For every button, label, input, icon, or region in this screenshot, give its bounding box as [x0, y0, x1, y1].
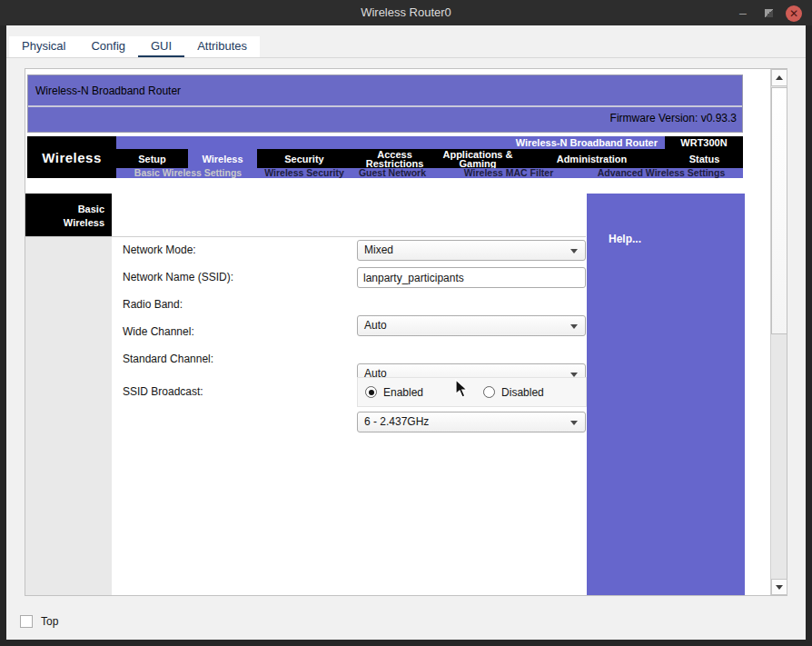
label-ssid-broadcast: SSID Broadcast:: [123, 382, 350, 403]
nav-item-status[interactable]: Status: [666, 149, 743, 168]
top-checkbox-row: Top: [20, 615, 58, 628]
scrollbar-thumb[interactable]: [771, 87, 787, 334]
tab-attributes[interactable]: Attributes: [184, 36, 260, 58]
tab-physical[interactable]: Physical: [9, 36, 78, 58]
radio-band-value: Auto: [364, 319, 387, 332]
ssid-broadcast-enabled-radio[interactable]: [365, 386, 377, 398]
minimize-button[interactable]: –: [730, 0, 756, 25]
ssid-broadcast-disabled-label: Disabled: [501, 386, 544, 399]
window-title: Wireless Router0: [0, 0, 812, 25]
router-banner: Wireless-N Broadband Router Firmware Ver…: [27, 75, 743, 133]
chevron-down-icon: [570, 324, 578, 329]
router-navbar: Wireless Wireless-N Broadband Router WRT…: [27, 136, 743, 178]
help-panel: Help...: [587, 194, 745, 595]
subnav-wireless-mac-filter[interactable]: Wireless MAC Filter: [464, 168, 554, 178]
ssid-broadcast-disabled-radio[interactable]: [483, 386, 495, 398]
chevron-down-icon: [570, 249, 578, 253]
router-gui-view: Wireless-N Broadband Router Firmware Ver…: [25, 68, 787, 596]
nav-item-wireless[interactable]: Wireless: [188, 149, 257, 168]
scrollbar-up-icon: [776, 75, 783, 80]
radio-band-select[interactable]: Auto: [357, 315, 586, 336]
section-title-line1: Basic: [25, 203, 104, 216]
section-title-basic-wireless: Basic Wireless: [25, 194, 112, 237]
nav-model-number: WRT300N: [665, 136, 743, 149]
nav-right-region: Wireless-N Broadband Router WRT300N Setu…: [116, 136, 743, 178]
ssid-broadcast-enabled-label: Enabled: [383, 386, 423, 399]
subnav-basic-wireless-settings[interactable]: Basic Wireless Settings: [134, 168, 242, 178]
close-icon: ✕: [786, 5, 802, 22]
standard-channel-select[interactable]: 6 - 2.437GHz: [357, 412, 586, 432]
restore-icon: [765, 9, 773, 17]
nav-model-row: Wireless-N Broadband Router WRT300N: [116, 136, 743, 149]
tab-pane-divider: [6, 57, 806, 58]
label-radio-band: Radio Band:: [123, 294, 350, 315]
ssid-broadcast-group: Enabled Disabled: [357, 377, 587, 407]
app-window: Wireless Router0 – ✕ Physical Config GUI…: [0, 0, 812, 646]
label-network-mode: Network Mode:: [123, 240, 350, 261]
scrollbar-down-icon: [776, 585, 783, 590]
top-checkbox[interactable]: [20, 615, 33, 628]
close-button[interactable]: ✕: [781, 0, 807, 25]
nav-brand-wireless: Wireless: [27, 136, 116, 178]
subnav-advanced-wireless-settings[interactable]: Advanced Wireless Settings: [598, 168, 726, 178]
restore-button[interactable]: [756, 0, 781, 25]
dialog-body: Physical Config GUI Attributes Wireless-…: [6, 25, 806, 640]
firmware-version: Firmware Version: v0.93.3: [28, 107, 742, 130]
help-link[interactable]: Help...: [609, 233, 641, 245]
label-standard-channel: Standard Channel:: [123, 349, 350, 370]
network-mode-select[interactable]: Mixed: [357, 240, 586, 261]
nav-item-access-restrictions[interactable]: Access Restrictions: [352, 149, 438, 168]
label-network-name-ssid: Network Name (SSID):: [123, 267, 350, 288]
standard-channel-value: 6 - 2.437GHz: [364, 415, 429, 428]
subnav-wireless-security[interactable]: Wireless Security: [264, 168, 343, 178]
section-title-line2: Wireless: [25, 216, 104, 230]
titlebar[interactable]: Wireless Router0 – ✕: [0, 0, 812, 25]
vertical-scrollbar[interactable]: [770, 69, 787, 595]
nav-menu-row: Setup Wireless Security Access Restricti…: [116, 149, 743, 168]
nav-item-security[interactable]: Security: [257, 149, 352, 168]
network-mode-value: Mixed: [364, 243, 393, 256]
nav-item-setup[interactable]: Setup: [116, 149, 188, 168]
left-sidebar: [25, 237, 112, 595]
scroll-down-button[interactable]: [771, 579, 787, 595]
subnav-guest-network[interactable]: Guest Network: [359, 168, 426, 178]
tab-strip: Physical Config GUI Attributes: [9, 36, 260, 58]
label-wide-channel: Wide Channel:: [123, 322, 350, 343]
tab-config[interactable]: Config: [78, 36, 138, 58]
nav-subnav-row: Basic Wireless Settings Wireless Securit…: [116, 168, 743, 178]
scroll-up-button[interactable]: [771, 69, 787, 86]
tab-gui[interactable]: GUI: [138, 36, 184, 58]
ssid-input[interactable]: [357, 267, 586, 288]
chevron-down-icon: [570, 421, 578, 425]
cursor-icon: [455, 379, 469, 398]
nav-item-administration[interactable]: Administration: [518, 149, 666, 168]
router-product-name: Wireless-N Broadband Router: [28, 75, 742, 107]
minimize-icon: –: [739, 5, 747, 20]
nav-item-applications-gaming[interactable]: Applications & Gaming: [438, 149, 518, 168]
top-checkbox-label: Top: [41, 615, 58, 628]
nav-model-label: Wireless-N Broadband Router: [516, 136, 665, 149]
